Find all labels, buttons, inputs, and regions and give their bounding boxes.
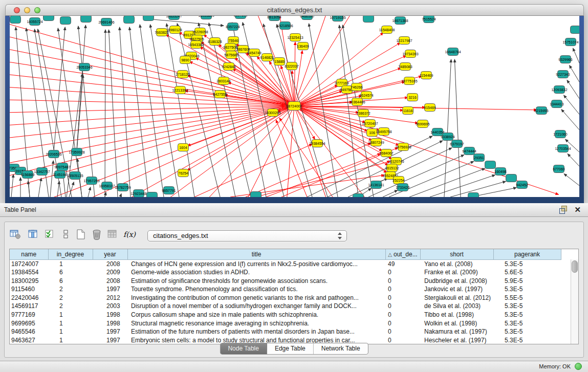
graph-node-teal[interactable]	[60, 17, 71, 25]
window-titlebar[interactable]: citations_edges.txt	[5, 4, 584, 16]
graph-node-label: 11548408	[379, 28, 395, 32]
table-panel-header: Table Panel ✕	[0, 203, 588, 217]
table-cell: Corpus callosum shape and size in male p…	[127, 311, 385, 319]
unassigned-tables-icon[interactable]	[60, 228, 72, 240]
graph-node-label: 14671388	[392, 19, 408, 23]
graph-node-teal[interactable]	[506, 174, 517, 182]
graph-node-teal[interactable]	[10, 16, 21, 24]
graph-node-label: 8322037	[285, 64, 298, 68]
tab-network-table[interactable]: Network Table	[314, 343, 368, 354]
graph-node-label: 9242848	[222, 65, 235, 69]
graph-node-label: 20364486	[349, 100, 365, 104]
column-header-name[interactable]: name	[10, 249, 48, 259]
table-cell: 1	[48, 336, 93, 344]
close-panel-icon[interactable]: ✕	[574, 206, 581, 213]
graph-node-label: 17359928	[69, 150, 84, 154]
graph-node-label: 16648784	[445, 50, 461, 54]
column-header-in_degree[interactable]: in_degree	[48, 249, 93, 259]
modify-table-icon[interactable]	[9, 228, 21, 240]
graph-node-label: 16782759	[115, 186, 130, 189]
graph-node-label: 18807249	[368, 141, 384, 144]
node-table: namein_degreeyeartitle△out_de...shortpag…	[9, 249, 579, 344]
window-title: citations_edges.txt	[6, 6, 583, 14]
table-row[interactable]: 1830029562008Estimation of significance …	[10, 277, 561, 286]
column-header-pagerank[interactable]: pagerank	[493, 249, 561, 259]
graph-node-label: 12093832	[551, 88, 567, 92]
graph-node-label: 16543382	[188, 43, 204, 47]
table-cell: 5.5E-5	[493, 294, 561, 302]
graph-node-label: 8427552	[213, 93, 227, 96]
graph-node-label: 18724007	[286, 104, 302, 108]
graph-node-label: 14136141	[368, 183, 384, 187]
table-row[interactable]: 969969511998Structural magnetic resonanc…	[10, 319, 561, 328]
graph-node-teal[interactable]	[124, 16, 135, 24]
sort-ascending-icon: △	[388, 252, 392, 257]
graph-node-label: 90975487	[54, 165, 70, 169]
table-row[interactable]: 1456911722003Disruption of a novel membe…	[10, 302, 561, 311]
table-row[interactable]: 946554611997Estimation of the future num…	[10, 327, 561, 336]
graph-node-label: 16033809	[198, 16, 214, 17]
graph-node-teal[interactable]	[353, 194, 364, 198]
graph-node-teal[interactable]	[468, 193, 479, 198]
graph-node-label: 15751074	[562, 40, 578, 44]
column-header-title[interactable]: title	[127, 249, 385, 259]
graph-node-label: 3827505	[190, 37, 204, 41]
table-cell: 18300295	[10, 277, 48, 286]
table-panel-title: Table Panel	[4, 206, 36, 213]
table-cell: 0	[385, 302, 420, 311]
network-graph[interactable]: 1872400776638228960128891293152260583827…	[10, 16, 579, 197]
graph-node-teal[interactable]	[147, 192, 158, 198]
graph-node-teal[interactable]	[363, 16, 374, 23]
select-all-rows-icon[interactable]	[44, 228, 56, 240]
table-row[interactable]: 911546021997Tourette syndrome. Phenomeno…	[10, 285, 561, 294]
graph-node-label: 2803144	[216, 79, 230, 83]
table-vertical-scrollbar[interactable]	[571, 259, 578, 344]
table-cell: 1997	[93, 336, 127, 344]
delete-table-icon[interactable]	[91, 228, 103, 240]
graph-node-label: 18775165	[401, 79, 417, 83]
network-canvas[interactable]: 1872400776638228960128891293152260583827…	[10, 16, 579, 197]
table-row[interactable]: 1872400712008Changes of HCN gene express…	[10, 259, 561, 268]
graph-node-label: 8960128	[168, 28, 182, 32]
tab-node-table[interactable]: Node Table	[220, 343, 267, 354]
graph-node-label: 19218506	[277, 24, 293, 28]
table-row[interactable]: 2242004622012Investigating the contribut…	[10, 294, 561, 302]
scrollbar-thumb[interactable]	[572, 260, 578, 273]
column-header-year[interactable]: year	[93, 249, 127, 259]
table-cell: 5.6E-5	[493, 268, 561, 277]
graph-node-teal[interactable]	[485, 161, 496, 169]
column-header-out_de[interactable]: △out_de...	[385, 249, 420, 259]
graph-node-teal[interactable]	[143, 16, 154, 21]
table-cell: 1997	[93, 285, 127, 294]
graph-node-teal[interactable]	[43, 16, 54, 21]
table-cell: 0	[385, 277, 420, 286]
select-columns-icon[interactable]	[27, 228, 39, 240]
table-cell: Changes of HCN gene expression and I(f) …	[127, 259, 385, 268]
table-cell: 18724007	[10, 259, 48, 268]
table-cell: 6	[48, 277, 93, 286]
graph-node-label: 1721060	[553, 133, 567, 136]
graph-node-label: 15885	[274, 60, 285, 63]
graph-node-label: 1440354	[430, 130, 444, 134]
graph-node-label: 252254	[393, 179, 404, 182]
new-table-icon[interactable]	[75, 228, 87, 240]
table-select-dropdown[interactable]: citations_edges.txt	[147, 230, 347, 242]
table-row[interactable]: 1938455462009Genome-wide association stu…	[10, 268, 561, 277]
table-cell: 1	[48, 259, 93, 268]
table-row[interactable]: 977716911998Corpus callosum shape and si…	[10, 311, 561, 319]
float-panel-icon[interactable]	[559, 206, 567, 213]
function-builder-icon[interactable]: f(x)	[123, 228, 136, 240]
tab-edge-table[interactable]: Edge Table	[267, 343, 314, 354]
column-header-short[interactable]: short	[420, 249, 493, 259]
graph-node-teal[interactable]	[251, 192, 262, 198]
table-cell: 0	[385, 336, 420, 344]
network-view-frame: 1872400776638228960128891293152260583827…	[5, 16, 584, 203]
table-cell: 0	[385, 327, 420, 336]
table-cell: Nakamura et al. (1997)	[420, 327, 493, 336]
graph-node-teal[interactable]	[571, 26, 580, 34]
table-cell: 2	[48, 285, 93, 294]
memory-status-indicator[interactable]	[575, 363, 582, 370]
graph-node-teal[interactable]	[81, 16, 92, 23]
table-cell: 22420046	[10, 294, 48, 302]
graph-node-label: 1344413	[550, 102, 563, 106]
